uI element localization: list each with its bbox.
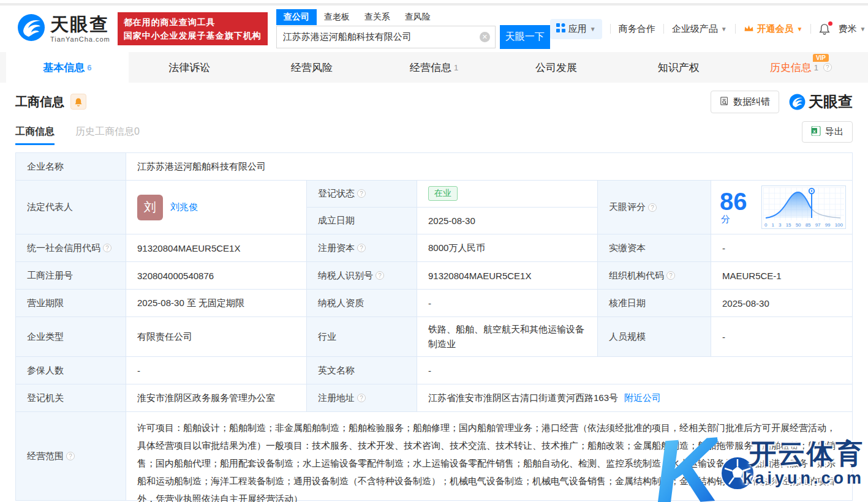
tab-label: 法律诉讼 [168, 61, 210, 75]
chevron-down-icon: ▼ [797, 26, 803, 32]
notifications-bell-icon[interactable] [819, 23, 830, 35]
tab-label: 经营风险 [291, 61, 333, 75]
logo-title: 天眼查 [50, 15, 110, 34]
search-tab-relation[interactable]: 查关系 [357, 9, 398, 25]
tab-intellectual-property[interactable]: 知识产权 [617, 52, 740, 83]
site-logo[interactable]: 天眼查 TianYanCha.com [17, 13, 110, 44]
nav-enterprise[interactable]: 企业级产品 ▼ [672, 23, 727, 35]
apps-grid-icon [556, 23, 565, 34]
help-icon[interactable]: ? [103, 244, 111, 252]
nav-divider [810, 24, 811, 34]
monitor-bell-icon[interactable] [70, 94, 86, 110]
tianyancha-swirl-icon [17, 13, 45, 44]
legal-rep-link[interactable]: 刘兆俊 [170, 201, 198, 213]
field-label: 注册资本? [307, 234, 417, 261]
field-label: 成立日期 [307, 208, 417, 234]
field-label: 行业 [307, 317, 417, 356]
paid-capital-value: - [711, 234, 852, 261]
field-label: 统一社会信用代码? [16, 234, 126, 261]
brand-logo-text: 天眼查 [809, 92, 853, 111]
taxpayer-quality-value: - [417, 290, 598, 317]
search-input[interactable] [276, 26, 496, 48]
search-area: 查公司 查老板 查关系 查风险 ✕ 天眼一下 [276, 9, 550, 49]
search-button[interactable]: 天眼一下 [500, 25, 550, 49]
correction-label: 数据纠错 [733, 96, 770, 108]
tab-legal[interactable]: 法律诉讼 [129, 52, 251, 83]
help-icon[interactable]: ? [357, 189, 366, 198]
score-cell: 86分 [711, 181, 852, 234]
nearby-companies-link[interactable]: 附近公司 [624, 392, 661, 404]
subtab-business-info[interactable]: 工商信息 [15, 118, 55, 145]
field-label: 登记机关 [16, 384, 126, 411]
table-row: 工商注册号 320804000540876 纳税人识别号? 91320804MA… [16, 262, 852, 290]
tab-history-info[interactable]: VIP 历史信息 1 ? [739, 52, 862, 83]
nav-user[interactable]: 费米 ▼ [838, 23, 866, 35]
field-label: 工商注册号 [16, 262, 126, 289]
tab-label: 知识产权 [658, 61, 700, 75]
data-correction-button[interactable]: 数据纠错 [711, 91, 779, 113]
tab-operating-info[interactable]: 经营信息 1 [373, 52, 496, 83]
nav-divider [663, 24, 664, 34]
taxpayer-id-value: 91320804MAEUR5CE1X [417, 262, 598, 289]
field-label: 经营范围? [16, 412, 126, 500]
tab-company-development[interactable]: 公司发展 [495, 52, 617, 83]
nav-divider [735, 24, 736, 34]
table-row: 参保人数 - 英文名称 - [16, 357, 852, 384]
field-label: 纳税人识别号? [307, 262, 417, 289]
crown-icon [744, 24, 754, 34]
section-header: 工商信息 数据纠错 [15, 85, 853, 118]
field-label: 组织机构代码? [598, 262, 711, 289]
excel-icon: x [811, 126, 821, 138]
export-button[interactable]: x 导出 [802, 121, 853, 143]
search-tab-boss[interactable]: 查老板 [317, 9, 357, 25]
reg-address-cell: 江苏省淮安市淮阴区古清口街道黄河西路163号 附近公司 [417, 384, 852, 411]
tab-operating-risk[interactable]: 经营风险 [251, 52, 373, 83]
tab-count: 6 [87, 63, 91, 72]
help-icon[interactable]: ? [357, 244, 366, 252]
field-label: 核准日期 [598, 290, 711, 317]
nav-cooperation[interactable]: 商务合作 [619, 23, 655, 35]
correction-doc-icon [720, 96, 730, 108]
main-tabbar: 基本信息 6 法律诉讼 经营风险 经营信息 1 公司发展 知识产权 VIP 历史… [0, 52, 868, 83]
help-icon[interactable]: ? [357, 394, 366, 402]
nav-apps[interactable]: 应用 ▼ [550, 19, 602, 39]
nav-open-vip[interactable]: 开通会员 ▼ [744, 23, 803, 35]
tab-basic-info[interactable]: 基本信息 6 [6, 52, 129, 83]
legal-rep-avatar[interactable]: 刘 [137, 195, 163, 220]
help-icon[interactable]: ? [66, 452, 75, 460]
clear-search-icon[interactable]: ✕ [480, 32, 490, 42]
help-icon[interactable]: ? [648, 203, 657, 212]
username: 费米 [838, 23, 856, 35]
table-row: 登记机关 淮安市淮阴区政务服务管理办公室 注册地址? 江苏省淮安市淮阴区古清口街… [16, 384, 852, 412]
table-row: 营业期限 2025-08-30 至 无固定期限 纳税人资质 - 核准日期 202… [16, 290, 852, 317]
tab-count: 1 [814, 63, 818, 72]
field-label: 企业名称 [16, 153, 126, 180]
reg-number-value: 320804000540876 [126, 262, 307, 289]
table-subrow: 登记状态? 在业 [307, 181, 597, 208]
chevron-down-icon: ▼ [721, 26, 727, 32]
table-row: 经营范围? 许可项目：船舶设计；船舶制造；非金属船舶制造；船舶检验服务；船舶修理… [16, 412, 852, 500]
header-nav: 应用 ▼ 商务合作 企业级产品 ▼ 开通会员 ▼ [550, 19, 866, 39]
tianyancha-swirl-icon [789, 94, 806, 110]
help-icon[interactable]: ? [376, 271, 384, 280]
promo-banner: 都在用的商业查询工具 国家中小企业发展子基金旗下机构 [118, 12, 268, 45]
reg-capital-value: 8000万人民币 [417, 234, 598, 261]
search-tabs: 查公司 查老板 查关系 查风险 [276, 9, 550, 25]
establish-date-value: 2025-08-30 [417, 208, 597, 234]
help-icon[interactable]: ? [823, 63, 832, 72]
search-tab-company[interactable]: 查公司 [276, 9, 317, 25]
english-name-value: - [417, 357, 852, 384]
reg-status-cell: 在业 [417, 181, 597, 207]
help-icon[interactable]: ? [666, 271, 675, 280]
search-tab-risk[interactable]: 查风险 [398, 9, 438, 25]
field-label: 注册地址? [307, 384, 417, 411]
staff-size-value: - [711, 317, 852, 356]
subtab-row: 工商信息 历史工商信息0 x 导出 [15, 118, 853, 145]
field-label: 法定代表人 [16, 181, 126, 234]
main-content: 工商信息 数据纠错 [0, 85, 868, 501]
org-code-value: MAEUR5CE-1 [711, 262, 852, 289]
vip-badge: VIP [813, 54, 829, 62]
status-date-column: 登记状态? 在业 成立日期 2025-08-30 [307, 181, 598, 234]
industry-value: 铁路、船舶、航空航天和其他运输设备制造业 [417, 317, 598, 356]
subtab-history-business-info[interactable]: 历史工商信息0 [75, 118, 140, 145]
